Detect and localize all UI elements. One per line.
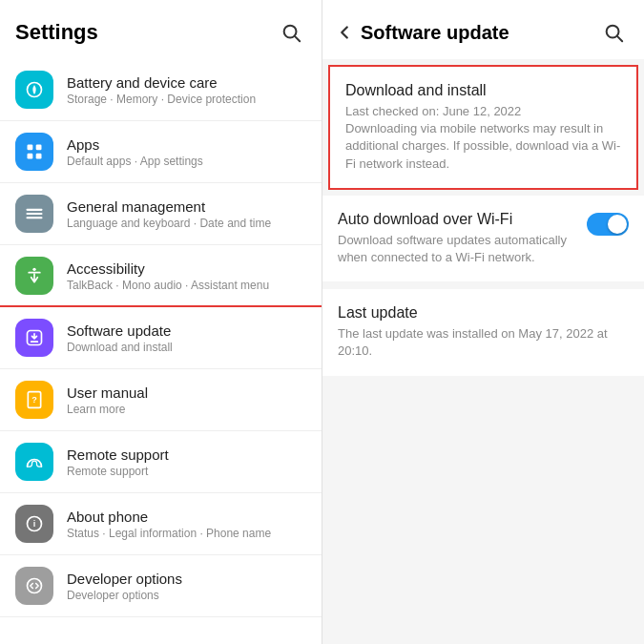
svg-text:?: ? bbox=[31, 395, 37, 405]
sidebar-item-about[interactable]: i About phone Status · Legal information… bbox=[0, 493, 322, 555]
sidebar-item-manual[interactable]: ? User manual Learn more bbox=[0, 369, 322, 431]
sidebar-item-accessibility[interactable]: Accessibility TalkBack · Mono audio · As… bbox=[0, 245, 322, 307]
apps-title: Apps bbox=[67, 136, 306, 153]
left-panel: Settings Battery and device care Storage… bbox=[0, 0, 322, 644]
last-update-section: Last update The last update was installe… bbox=[322, 289, 644, 375]
developer-text-block: Developer options Developer options bbox=[67, 571, 306, 602]
right-panel-title: Software update bbox=[361, 22, 598, 44]
svg-point-17 bbox=[28, 579, 42, 593]
about-icon: i bbox=[15, 505, 53, 543]
sidebar-item-remote[interactable]: Remote support Remote support bbox=[0, 431, 322, 493]
developer-subtitle: Developer options bbox=[67, 589, 306, 602]
general-text-block: General management Language and keyboard… bbox=[67, 198, 306, 230]
remote-text-block: Remote support Remote support bbox=[67, 447, 306, 478]
last-update-desc: The last update was installed on May 17,… bbox=[338, 325, 629, 360]
auto-download-toggle[interactable] bbox=[587, 213, 629, 236]
sidebar-item-battery[interactable]: Battery and device care Storage · Memory… bbox=[0, 59, 322, 121]
svg-line-1 bbox=[295, 36, 300, 41]
right-header: Software update bbox=[322, 0, 644, 59]
accessibility-title: Accessibility bbox=[67, 260, 306, 277]
apps-subtitle: Default apps · App settings bbox=[67, 155, 306, 168]
left-header: Settings bbox=[0, 0, 322, 59]
battery-subtitle: Storage · Memory · Device protection bbox=[67, 93, 306, 106]
auto-download-row: Auto download over Wi-Fi Download softwa… bbox=[322, 196, 644, 281]
accessibility-subtitle: TalkBack · Mono audio · Assistant menu bbox=[67, 279, 306, 292]
svg-point-10 bbox=[32, 268, 35, 271]
auto-download-title: Auto download over Wi-Fi bbox=[338, 211, 575, 228]
svg-rect-6 bbox=[36, 154, 42, 159]
download-title: Download and install bbox=[345, 82, 621, 99]
right-content: Download and install Last checked on: Ju… bbox=[322, 59, 644, 644]
svg-rect-3 bbox=[28, 145, 33, 151]
auto-download-section: Auto download over Wi-Fi Download softwa… bbox=[322, 196, 644, 281]
sidebar-item-apps[interactable]: Apps Default apps · App settings bbox=[0, 121, 322, 183]
software-icon bbox=[15, 319, 53, 357]
battery-icon bbox=[15, 71, 53, 109]
software-text-block: Software update Download and install bbox=[67, 322, 306, 354]
general-icon bbox=[15, 195, 53, 233]
left-panel-title: Settings bbox=[15, 20, 98, 45]
accessibility-text-block: Accessibility TalkBack · Mono audio · As… bbox=[67, 260, 306, 292]
about-text-block: About phone Status · Legal information ·… bbox=[67, 509, 306, 540]
sidebar-item-general[interactable]: General management Language and keyboard… bbox=[0, 183, 322, 245]
accessibility-icon bbox=[15, 257, 53, 295]
right-panel: Software update Download and install Las… bbox=[322, 0, 644, 644]
general-subtitle: Language and keyboard · Date and time bbox=[67, 217, 306, 230]
svg-text:i: i bbox=[33, 519, 36, 529]
auto-download-desc: Download software updates automatically … bbox=[338, 232, 575, 266]
svg-rect-4 bbox=[36, 145, 42, 151]
manual-icon: ? bbox=[15, 381, 53, 419]
download-section-item: Download and install Last checked on: Ju… bbox=[330, 67, 636, 188]
battery-title: Battery and device care bbox=[67, 74, 306, 91]
remote-title: Remote support bbox=[67, 447, 306, 463]
download-section[interactable]: Download and install Last checked on: Ju… bbox=[330, 67, 636, 188]
apps-text-block: Apps Default apps · App settings bbox=[67, 136, 306, 168]
svg-line-19 bbox=[617, 36, 622, 41]
software-title: Software update bbox=[67, 322, 306, 339]
auto-download-text-block: Auto download over Wi-Fi Download softwa… bbox=[338, 211, 575, 266]
settings-list: Battery and device care Storage · Memory… bbox=[0, 59, 322, 644]
manual-text-block: User manual Learn more bbox=[67, 384, 306, 416]
developer-icon bbox=[15, 567, 53, 605]
apps-icon bbox=[15, 133, 53, 171]
about-title: About phone bbox=[67, 509, 306, 525]
sidebar-item-developer[interactable]: Developer options Developer options bbox=[0, 555, 322, 617]
sidebar-item-software[interactable]: Software update Download and install bbox=[0, 307, 322, 369]
download-desc: Last checked on: June 12, 2022Downloadin… bbox=[345, 103, 621, 173]
svg-rect-5 bbox=[28, 154, 33, 159]
last-update-title: Last update bbox=[338, 304, 629, 322]
last-update-item: Last update The last update was installe… bbox=[322, 289, 644, 375]
battery-text-block: Battery and device care Storage · Memory… bbox=[67, 74, 306, 106]
software-subtitle: Download and install bbox=[67, 341, 306, 354]
developer-title: Developer options bbox=[67, 571, 306, 587]
remote-icon bbox=[15, 443, 53, 481]
right-search-button[interactable] bbox=[598, 17, 629, 48]
remote-subtitle: Remote support bbox=[67, 465, 306, 478]
general-title: General management bbox=[67, 198, 306, 215]
left-search-button[interactable] bbox=[276, 17, 306, 48]
manual-title: User manual bbox=[67, 384, 306, 401]
about-subtitle: Status · Legal information · Phone name bbox=[67, 527, 306, 540]
back-button[interactable] bbox=[334, 22, 355, 43]
manual-subtitle: Learn more bbox=[67, 403, 306, 416]
